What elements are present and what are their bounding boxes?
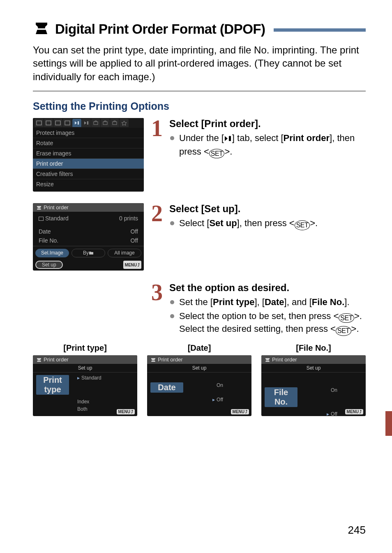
tab-icon xyxy=(53,119,62,127)
step-bullet: Select the option to be set, then press … xyxy=(169,310,366,336)
sub-heading: Set up xyxy=(33,364,137,373)
step-bullet: Set the [Print type], [Date], and [File … xyxy=(169,296,366,308)
screenshot-date: Print order Set up DateOn Off MENU ⤴ xyxy=(147,355,251,416)
step-bullet: Under the ['] tab, select [Print order],… xyxy=(169,132,366,158)
menu-item: Erase images xyxy=(33,148,144,159)
intro-text: You can set the print type, date imprint… xyxy=(33,44,366,83)
col-label: [Date] xyxy=(147,343,251,353)
option-screenshots: [Print type] Print order Set up Print ty… xyxy=(33,343,366,416)
print-order-icon xyxy=(33,20,50,39)
opt-val: On xyxy=(183,382,248,395)
print-icon xyxy=(36,205,42,210)
svg-rect-2 xyxy=(55,121,60,125)
opt-val: On xyxy=(297,387,362,410)
col-label: [File No.] xyxy=(261,343,366,353)
by-folder-button: By xyxy=(71,249,105,257)
print-icon xyxy=(265,357,270,362)
tab-icon xyxy=(91,119,100,127)
section-heading: Setting the Printing Options xyxy=(33,100,366,112)
menu-return-tag: MENU ⤴ xyxy=(117,409,135,414)
step-1: Protect images Rotate Erase images Print… xyxy=(33,118,366,192)
print-icon xyxy=(150,357,156,362)
step-bullet: Select [Set up], then press <SET>. xyxy=(169,217,318,230)
page-title: Digital Print Order Format (DPOF) xyxy=(55,21,265,37)
menu-return-tag: MENU ⤴ xyxy=(231,409,249,414)
row-date: DateOff xyxy=(33,227,144,236)
opt-label: Date xyxy=(150,382,183,393)
opt-label: File No. xyxy=(265,387,297,407)
sub-heading: Set up xyxy=(147,364,251,373)
opt-val: Off xyxy=(183,397,248,403)
set-button-icon: SET xyxy=(336,326,351,336)
page-title-row: Digital Print Order Format (DPOF) xyxy=(33,20,366,39)
set-button-icon: SET xyxy=(295,220,310,230)
screenshot-print-order: Print order Standard 0 prints DateOff Fi… xyxy=(33,203,144,271)
tab-icon xyxy=(44,119,53,127)
svg-rect-4 xyxy=(94,122,98,125)
tab-icon xyxy=(120,119,129,127)
screenshot-print-type: Print order Set up Print typeStandard In… xyxy=(33,355,137,416)
screen-title: Print order xyxy=(33,203,144,212)
svg-text:': ' xyxy=(230,135,230,138)
tab-icon xyxy=(35,119,44,127)
step-number: 3 xyxy=(151,282,166,338)
menu-item-print-order: Print order xyxy=(33,159,144,169)
folder-icon xyxy=(89,250,94,256)
svg-rect-6 xyxy=(113,122,117,125)
tab-icon xyxy=(63,119,72,127)
step-heading: Select [Print order]. xyxy=(169,118,366,130)
tab-icon xyxy=(101,119,110,127)
step-heading: Select [Set up]. xyxy=(169,203,318,215)
tab-icon xyxy=(82,119,91,127)
menu-return-tag: MENU ⤴ xyxy=(345,409,363,414)
standard-icon xyxy=(39,217,44,221)
tab-icon xyxy=(110,119,119,127)
footer-row: Set up MENU ⤴ xyxy=(33,259,144,271)
step-3: 3 Set the option as desired. Set the [Pr… xyxy=(33,282,366,338)
menu-item: Protect images xyxy=(33,128,144,138)
svg-rect-0 xyxy=(37,121,42,125)
svg-rect-3 xyxy=(65,121,70,125)
sel-image-button: Sel.Image xyxy=(35,249,69,257)
opt-val: Index xyxy=(69,399,134,405)
step-number: 1 xyxy=(151,118,166,192)
tab-strip xyxy=(33,118,144,128)
sub-heading: Set up xyxy=(261,364,366,373)
step-2: Print order Standard 0 prints DateOff Fi… xyxy=(33,203,366,271)
set-button-icon: SET xyxy=(339,313,354,323)
tab-playback-active xyxy=(72,119,81,127)
col-label: [Print type] xyxy=(33,343,137,353)
screenshot-file-no: Print order Set up File No.On Off MENU ⤴ xyxy=(261,355,366,416)
setup-button: Set up xyxy=(35,261,63,269)
print-icon xyxy=(36,357,42,362)
step-heading: Set the option as desired. xyxy=(169,282,366,294)
menu-item: Resize xyxy=(33,179,144,192)
svg-rect-1 xyxy=(46,121,51,125)
menu-item: Creative filters xyxy=(33,169,144,179)
svg-rect-5 xyxy=(103,122,107,125)
opt-label: Print type xyxy=(36,375,69,395)
all-image-button: All image xyxy=(108,249,141,257)
playback-tab-icon: ' xyxy=(224,133,232,146)
screenshot-playback-menu: Protect images Rotate Erase images Print… xyxy=(33,118,144,192)
button-row: Sel.Image By All image xyxy=(33,247,144,259)
row-fileno: File No.Off xyxy=(33,236,144,245)
menu-item: Rotate xyxy=(33,138,144,148)
section-tab xyxy=(385,411,392,436)
divider xyxy=(33,91,366,91)
step-number: 2 xyxy=(151,203,166,271)
page-number: 245 xyxy=(348,524,366,537)
title-rule xyxy=(274,28,366,32)
menu-return-tag: MENU ⤴ xyxy=(123,261,141,269)
set-button-icon: SET xyxy=(209,149,225,159)
opt-val: Standard xyxy=(69,375,134,397)
row-standard: Standard 0 prints xyxy=(33,212,144,223)
